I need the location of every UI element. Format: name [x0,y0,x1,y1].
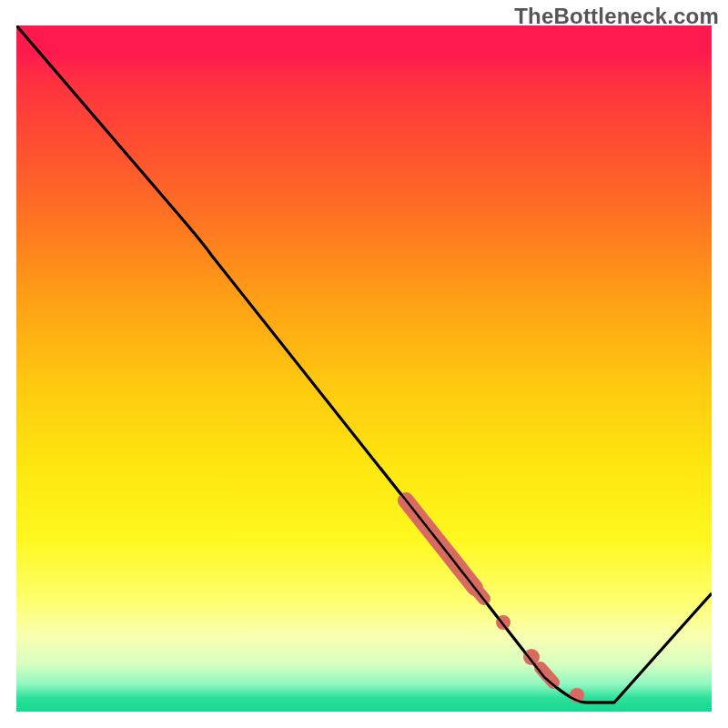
watermark-text: TheBottleneck.com [514,4,719,29]
curve-line [16,25,712,703]
chart-svg [16,25,712,712]
plot-area [16,25,712,712]
chart-container: TheBottleneck.com [0,0,728,728]
